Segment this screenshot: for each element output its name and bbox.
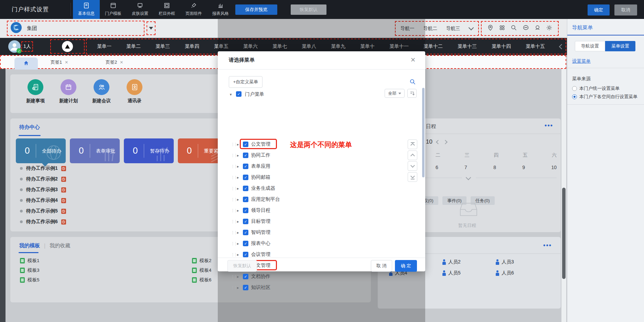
caret-right-icon[interactable]: ▸ xyxy=(237,274,239,279)
close-icon[interactable]: ✕ xyxy=(65,60,68,65)
caret-right-icon[interactable]: ▸ xyxy=(237,285,239,290)
drag-handle-icon[interactable]: ⋮⋮ xyxy=(231,142,236,147)
member-item[interactable]: 人员2 xyxy=(442,259,461,265)
stat-card-all-todo[interactable]: 0 全部待办 xyxy=(16,138,66,163)
gear-icon[interactable] xyxy=(546,24,552,32)
tab-my-favorites[interactable]: 我的收藏 xyxy=(50,242,70,249)
calendar-date[interactable]: 8 xyxy=(493,165,496,170)
menu-item-12[interactable]: 菜单十二 xyxy=(423,43,443,50)
checkbox-checked[interactable]: ✓ xyxy=(243,230,248,235)
location-icon[interactable] xyxy=(487,24,494,32)
radio-unchecked-icon[interactable] xyxy=(572,86,577,91)
drag-handle-icon[interactable]: ⋮⋮ xyxy=(231,208,236,213)
tree-row[interactable]: ⋮⋮▸✓领导日程 xyxy=(218,205,425,216)
calendar-next-icon[interactable] xyxy=(443,140,448,144)
preview-scrollbar[interactable] xyxy=(561,69,566,322)
caret-right-icon[interactable]: ▸ xyxy=(237,208,239,213)
caret-right-icon[interactable]: ▸ xyxy=(237,153,239,158)
nav-link-2[interactable]: 导航二 xyxy=(423,25,438,32)
shortcut-new-plan[interactable]: 新建计划 xyxy=(53,79,84,104)
drag-handle-icon[interactable]: ⋮⋮ xyxy=(231,186,236,191)
stat-card-draft-todo[interactable]: 0 暂存待办 xyxy=(124,138,174,163)
template-item[interactable]: 模板4 xyxy=(192,267,212,273)
page-tab-1[interactable]: 页签1 ✕ xyxy=(51,59,68,65)
template-item[interactable]: 模板2 xyxy=(192,258,212,264)
template-item[interactable]: 模板6 xyxy=(192,277,212,283)
radio-checked-icon[interactable] xyxy=(572,94,577,99)
checkbox-checked[interactable]: ✓ xyxy=(243,274,248,279)
chevron-left-icon[interactable] xyxy=(559,44,565,49)
template-item[interactable]: 模板1 xyxy=(20,258,40,264)
tree-row[interactable]: ⋮⋮▸✓协同工作 xyxy=(218,150,425,161)
confirm-button[interactable]: 确定 xyxy=(588,4,610,15)
tree-row[interactable]: ⋮⋮▸✓智码管理 xyxy=(218,227,425,238)
drag-handle-icon[interactable]: ⋮⋮ xyxy=(231,153,236,158)
modal-restore-default-button[interactable]: 恢复默认 xyxy=(227,260,257,272)
calendar-prev-icon[interactable] xyxy=(436,140,440,144)
tab-nav-settings[interactable]: 导航设置 xyxy=(575,41,605,51)
caret-right-icon[interactable]: ▸ xyxy=(237,142,239,147)
checkbox-checked[interactable]: ✓ xyxy=(243,186,248,191)
drag-handle-icon[interactable]: ⋮⋮ xyxy=(231,274,236,279)
move-up-button[interactable] xyxy=(408,150,417,160)
modal-ok-button[interactable]: 确 定 xyxy=(395,260,417,272)
drag-handle-icon[interactable]: ⋮⋮ xyxy=(231,241,236,246)
close-icon[interactable]: ✕ xyxy=(120,60,123,65)
checkbox-checked[interactable]: ✓ xyxy=(243,285,248,290)
nav-link-3[interactable]: 导航三 xyxy=(446,25,460,32)
avatar[interactable]: ✓ xyxy=(8,40,21,53)
checkbox-checked[interactable]: ✓ xyxy=(243,208,248,213)
checkbox-checked[interactable]: ✓ xyxy=(243,252,248,257)
checkbox-checked[interactable]: ✓ xyxy=(243,164,248,169)
calendar-date[interactable]: 6 xyxy=(436,165,438,170)
menu-item-1[interactable]: 菜单一 xyxy=(97,43,111,50)
app-logo-region[interactable] xyxy=(50,39,85,54)
org-logo-region[interactable]: 集团 xyxy=(7,21,144,36)
caret-right-icon[interactable]: ▸ xyxy=(237,197,239,202)
restore-default-button[interactable]: 恢复默认 xyxy=(291,4,326,15)
drag-handle-icon[interactable]: ⋮⋮ xyxy=(231,164,236,169)
collapse-chevron-icon[interactable] xyxy=(466,175,471,180)
todo-list-item[interactable]: 待办工作示例1 xyxy=(20,165,66,172)
radio-option-per-space[interactable]: 本门户下各空间自行设置菜单 xyxy=(572,94,637,100)
drag-handle-icon[interactable]: ⋮⋮ xyxy=(231,219,236,224)
todo-list-item[interactable]: 待办工作示例2 xyxy=(20,176,66,182)
chat-icon[interactable] xyxy=(523,24,529,32)
home-tab[interactable] xyxy=(14,58,38,70)
template-item[interactable]: 模板5 xyxy=(20,277,40,283)
drag-handle-icon[interactable]: ⋮⋮ xyxy=(231,285,236,290)
shortcut-new-meeting[interactable]: 新建会议 xyxy=(86,79,117,104)
move-to-top-button[interactable] xyxy=(408,139,417,149)
tree-row[interactable]: ⋮⋮▸✓报表中心 xyxy=(218,238,425,249)
calendar-date[interactable]: 9 xyxy=(522,165,525,170)
apps-grid-icon[interactable] xyxy=(499,24,505,32)
tree-row[interactable]: ⋮⋮▸✓目标管理 xyxy=(218,216,425,227)
shortcut-contacts[interactable]: 通讯录 xyxy=(119,79,150,104)
move-down-button[interactable] xyxy=(408,161,417,171)
tree-row[interactable]: ⋮⋮▸✓业务生成器 xyxy=(218,183,425,194)
save-preview-button[interactable]: 保存并预览 xyxy=(235,4,277,15)
scrollbar-thumb[interactable] xyxy=(562,188,566,279)
menu-item-15[interactable]: 菜单十五 xyxy=(526,43,545,50)
tree-row[interactable]: ⋮⋮▸✓知识社区 xyxy=(218,282,425,293)
menu-item-3[interactable]: 菜单三 xyxy=(155,43,170,50)
shortcut-new-item[interactable]: 新建事项 xyxy=(20,79,51,104)
drag-handle-icon[interactable]: ⋮⋮ xyxy=(231,252,236,257)
org-dropdown-region[interactable] xyxy=(147,21,155,35)
modal-scrollbar-thumb[interactable] xyxy=(422,88,425,177)
move-to-bottom-button[interactable] xyxy=(408,172,417,182)
member-item[interactable]: 人员5 xyxy=(442,270,461,276)
tab-basic-info[interactable]: 基本信息 xyxy=(73,0,100,19)
caret-right-icon[interactable]: ▸ xyxy=(237,241,239,246)
checkbox-checked[interactable]: ✓ xyxy=(243,153,248,158)
menu-item-2[interactable]: 菜单二 xyxy=(126,43,141,50)
caret-right-icon[interactable]: ▸ xyxy=(237,164,239,169)
caret-down-icon[interactable]: ▾ xyxy=(230,92,232,97)
caret-right-icon[interactable]: ▸ xyxy=(237,175,239,180)
tree-row[interactable]: ⋮⋮▸✓文档协作 xyxy=(218,271,425,282)
member-item[interactable]: 人员3 xyxy=(495,259,514,265)
tree-row[interactable]: ⋮⋮▸✓表单应用 xyxy=(218,161,425,172)
caret-right-icon[interactable]: ▸ xyxy=(237,252,239,257)
search-icon[interactable] xyxy=(511,24,517,32)
tree-row[interactable]: ⋮⋮▸✓协同邮箱 xyxy=(218,172,425,183)
